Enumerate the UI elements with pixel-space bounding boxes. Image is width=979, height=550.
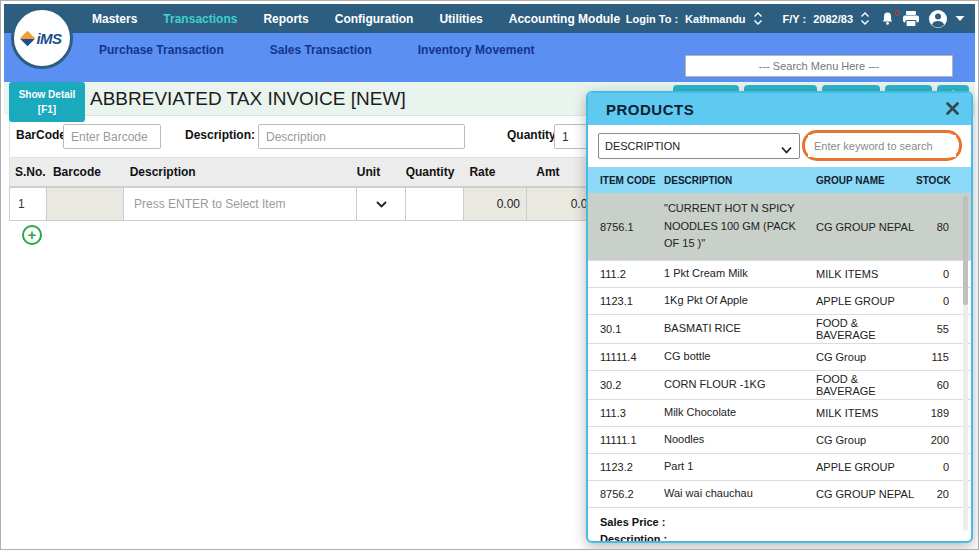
barcode-input[interactable] [63, 124, 161, 149]
product-code: 30.1 [588, 321, 664, 337]
row-quantity-cell[interactable] [406, 187, 464, 221]
submenu-item-sales-transaction[interactable]: Sales Transaction [270, 43, 372, 57]
invoice-item-row: 1 Press ENTER to Select Item 0.00 0.00 [9, 187, 601, 221]
product-search-highlight [802, 130, 962, 161]
product-row[interactable]: 11111.4 CG bottle CG Group 115 [588, 344, 971, 371]
col-header-barcode: Barcode [48, 165, 125, 179]
product-stock: 189 [916, 405, 963, 421]
product-row[interactable]: 30.1 BASMATI RICE FOOD & BAVERAGE 55 [588, 315, 971, 344]
product-stock: 55 [916, 321, 963, 337]
products-table-header: ITEM CODE DESCRIPTION GROUP NAME STOCK [588, 167, 971, 193]
show-detail-button[interactable]: Show Detail [F1] [9, 82, 85, 122]
add-row-button[interactable]: + [22, 225, 42, 245]
sales-price-label: Sales Price : [600, 514, 971, 531]
user-account-icon[interactable] [928, 9, 948, 29]
menu-item-accounting-module[interactable]: Accounting Module [509, 12, 620, 26]
product-description: 1Kg Pkt Of Apple [664, 290, 816, 312]
product-code: 30.2 [588, 377, 664, 393]
menu-item-configuration[interactable]: Configuration [335, 12, 414, 26]
login-to-label: Login To : [626, 13, 678, 25]
product-stock: 60 [916, 377, 963, 393]
app-logo-mark: iMS [22, 30, 61, 47]
product-row[interactable]: 1123.2 Part 1 APPLE GROUP 0 [588, 454, 971, 481]
submenu-item-purchase-transaction[interactable]: Purchase Transaction [99, 43, 224, 57]
product-row[interactable]: 1123.1 1Kg Pkt Of Apple APPLE GROUP 0 [588, 288, 971, 315]
col-header-description: Description [125, 165, 357, 179]
product-code: 11111.4 [588, 349, 664, 365]
print-icon[interactable] [901, 10, 921, 28]
sub-navbar: Purchase Transaction Sales Transaction I… [4, 33, 975, 82]
scrollbar-thumb[interactable] [963, 195, 968, 305]
col-header-sno: S.No. [10, 165, 48, 179]
product-code: 111.3 [588, 405, 664, 421]
product-row[interactable]: 111.3 Milk Chocolate MILK ITEMS 189 [588, 400, 971, 427]
app-logo[interactable]: iMS [11, 7, 73, 69]
product-group: APPLE GROUP [816, 459, 916, 475]
product-row[interactable]: 8756.1 "CURRENT HOT N SPICY NOODLES 100 … [588, 193, 971, 261]
fiscal-year-switch-icon[interactable] [860, 11, 870, 26]
product-description: BASMATI RICE [664, 318, 816, 340]
notifications-bell-icon[interactable]: 0 [881, 11, 894, 26]
account-caret-down-icon[interactable] [955, 15, 965, 22]
col-header-product-description: DESCRIPTION [664, 175, 816, 186]
product-description: "CURRENT HOT N SPICY NOODLES 100 GM (PAC… [664, 198, 816, 255]
product-code: 11111.1 [588, 432, 664, 448]
notification-count-badge: 0 [894, 8, 899, 18]
col-header-stock: STOCK [916, 175, 963, 186]
product-description: Noodles [664, 429, 816, 451]
row-unit-dropdown[interactable] [357, 187, 406, 221]
product-group: MILK ITEMS [816, 266, 916, 282]
close-icon[interactable] [942, 98, 962, 118]
description-label: Description: [185, 128, 255, 142]
products-modal: PRODUCTS DESCRIPTION ITEM CODE DESCRIPTI… [586, 91, 973, 543]
menu-item-utilities[interactable]: Utilities [439, 12, 482, 26]
product-code: 1123.2 [588, 459, 664, 475]
product-description: Milk Chocolate [664, 402, 816, 424]
app-window: Masters Transactions Reports Configurati… [0, 0, 979, 550]
product-row[interactable]: 111.2 1 Pkt Cream Milk MILK ITEMS 0 [588, 261, 971, 288]
fiscal-year-value[interactable]: 2082/83 [813, 13, 853, 25]
login-branch-value[interactable]: Kathmandu [685, 13, 746, 25]
chevron-down-icon [376, 201, 387, 208]
menu-item-transactions[interactable]: Transactions [163, 12, 237, 26]
footer-description-label: Description : [600, 531, 971, 543]
col-header-rate: Rate [463, 165, 526, 179]
search-field-select[interactable]: DESCRIPTION [598, 133, 800, 159]
product-code: 8756.2 [588, 486, 664, 502]
product-search-input[interactable] [808, 135, 956, 157]
product-code: 1123.1 [588, 293, 664, 309]
logo-text: iMS [36, 30, 61, 47]
navbar-right-cluster: Login To : Kathmandu F/Y : 2082/83 0 [626, 4, 965, 33]
fiscal-year-label: F/Y : [783, 13, 807, 25]
submenu-item-inventory-movement[interactable]: Inventory Movement [418, 43, 535, 57]
description-input[interactable] [258, 124, 465, 149]
col-header-item-code: ITEM CODE [588, 175, 664, 186]
show-detail-hotkey: [F1] [38, 104, 56, 115]
product-group: CG GROUP NEPAL [816, 486, 916, 502]
menu-item-masters[interactable]: Masters [92, 12, 137, 26]
quantity-label: Quantity [507, 128, 556, 142]
menu-search-input[interactable] [685, 55, 953, 77]
product-stock: 0 [916, 293, 963, 309]
transactions-submenu: Purchase Transaction Sales Transaction I… [99, 33, 975, 57]
col-header-group-name: GROUP NAME [816, 175, 916, 186]
product-description: CORN FLOUR -1KG [664, 374, 816, 396]
row-barcode-cell [47, 187, 124, 221]
branch-switch-icon[interactable] [753, 11, 763, 26]
invoice-table-header: S.No. Barcode Description Unit Quantity … [9, 157, 601, 187]
products-scrollbar[interactable] [963, 195, 968, 531]
product-group: FOOD & BAVERAGE [816, 315, 916, 343]
product-row[interactable]: 8756.2 Wai wai chauchau CG GROUP NEPAL 2… [588, 481, 971, 508]
product-description: Wai wai chauchau [664, 483, 816, 505]
product-stock: 0 [916, 266, 963, 282]
product-group: CG Group [816, 432, 916, 448]
product-row[interactable]: 11111.1 Noodles CG Group 200 [588, 427, 971, 454]
row-description-select-field[interactable]: Press ENTER to Select Item [124, 187, 357, 221]
products-modal-header: PRODUCTS [588, 93, 971, 125]
product-row[interactable]: 30.2 CORN FLOUR -1KG FOOD & BAVERAGE 60 [588, 371, 971, 400]
top-navbar: Masters Transactions Reports Configurati… [4, 4, 975, 33]
col-header-unit: Unit [357, 165, 406, 179]
menu-item-reports[interactable]: Reports [263, 12, 308, 26]
product-group: CG GROUP NEPAL [816, 219, 916, 235]
products-filter-toolbar: DESCRIPTION [588, 125, 971, 167]
